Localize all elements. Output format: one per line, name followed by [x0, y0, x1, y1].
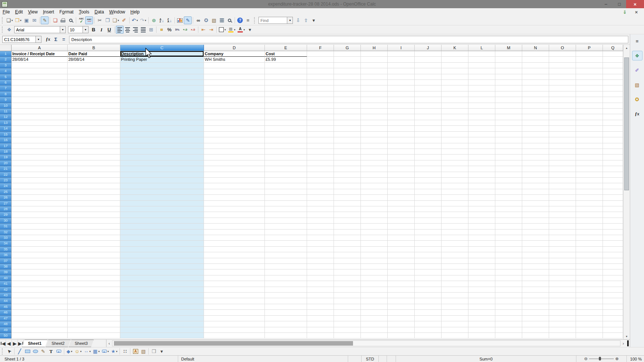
row-header-34[interactable]: 34	[0, 241, 12, 246]
cell-M21[interactable]	[495, 166, 522, 172]
cell-C33[interactable]	[120, 235, 204, 241]
cell-C18[interactable]	[120, 149, 204, 155]
dropdown-arrow-icon[interactable]: ▾	[12, 19, 13, 22]
cell-F46[interactable]	[307, 310, 334, 315]
cell-J31[interactable]	[415, 224, 442, 229]
cell-B49[interactable]	[68, 327, 120, 333]
row-header-20[interactable]: 20	[0, 160, 12, 166]
find-toolbar-grip[interactable]	[254, 17, 256, 24]
cell-O10[interactable]	[549, 103, 576, 109]
cell-B47[interactable]	[68, 316, 120, 321]
line-button[interactable]: ╱	[16, 347, 24, 355]
cell-L38[interactable]	[468, 264, 495, 269]
cell-A13[interactable]	[12, 120, 68, 126]
cell-C30[interactable]	[120, 218, 204, 224]
cell-P28[interactable]	[576, 206, 603, 212]
cell-E1[interactable]: Cost	[265, 51, 307, 57]
cell-G38[interactable]	[334, 264, 361, 269]
currency-format-button[interactable]: ¤	[158, 26, 165, 34]
cell-E32[interactable]	[265, 230, 307, 235]
cell-J11[interactable]	[415, 109, 442, 114]
cell-L32[interactable]	[468, 230, 495, 235]
cell-G16[interactable]	[334, 137, 361, 143]
cell-Q22[interactable]	[603, 172, 623, 178]
cell-K40[interactable]	[442, 275, 468, 281]
cell-L15[interactable]	[468, 132, 495, 137]
row-header-15[interactable]: 15	[0, 132, 12, 137]
cell-M42[interactable]	[495, 287, 522, 293]
dropdown-arrow-icon[interactable]: ▾	[80, 350, 82, 353]
cell-L50[interactable]	[468, 333, 495, 338]
cell-H9[interactable]	[361, 97, 388, 103]
cell-G15[interactable]	[334, 132, 361, 137]
cell-B30[interactable]	[68, 218, 120, 224]
cell-C13[interactable]	[120, 120, 204, 126]
cell-J19[interactable]	[415, 155, 442, 160]
cell-Q13[interactable]	[603, 120, 623, 126]
cell-M49[interactable]	[495, 327, 522, 333]
sheet-position[interactable]: Sheet 1 / 3	[0, 356, 178, 362]
cell-H32[interactable]	[361, 230, 388, 235]
menu-window[interactable]: Window	[106, 9, 128, 15]
column-header-O[interactable]: O	[549, 45, 576, 51]
cell-L7[interactable]	[468, 85, 495, 91]
cell-Q32[interactable]	[603, 230, 623, 235]
cell-C2[interactable]: Printing Paper	[120, 57, 204, 62]
row-header-48[interactable]: 48	[0, 321, 12, 327]
cell-K3[interactable]	[442, 63, 468, 68]
cell-K45[interactable]	[442, 304, 468, 310]
cell-M39[interactable]	[495, 269, 522, 275]
cell-F41[interactable]	[307, 281, 334, 287]
cell-L46[interactable]	[468, 310, 495, 315]
points-button[interactable]: ∷	[121, 347, 129, 355]
cell-I17[interactable]	[388, 143, 415, 149]
cell-B48[interactable]	[68, 321, 120, 327]
cell-I47[interactable]	[388, 316, 415, 321]
cell-L2[interactable]	[468, 57, 495, 62]
cell-J33[interactable]	[415, 235, 442, 241]
cell-E42[interactable]	[265, 287, 307, 293]
cell-K12[interactable]	[442, 114, 468, 120]
row-header-16[interactable]: 16	[0, 137, 12, 143]
cell-L22[interactable]	[468, 172, 495, 178]
formula-input-line[interactable]: Description	[69, 36, 628, 43]
cell-D14[interactable]	[204, 126, 265, 131]
cell-I7[interactable]	[388, 85, 415, 91]
cell-I11[interactable]	[388, 109, 415, 114]
cell-J36[interactable]	[415, 252, 442, 258]
cell-O2[interactable]	[549, 57, 576, 62]
cell-O18[interactable]	[549, 149, 576, 155]
cell-I24[interactable]	[388, 183, 415, 189]
cell-O37[interactable]	[549, 258, 576, 264]
cell-K38[interactable]	[442, 264, 468, 269]
cell-J37[interactable]	[415, 258, 442, 264]
cell-K2[interactable]	[442, 57, 468, 62]
cell-Q8[interactable]	[603, 91, 623, 97]
cell-P11[interactable]	[576, 109, 603, 114]
menu-edit[interactable]: Edit	[12, 9, 25, 15]
row-header-45[interactable]: 45	[0, 304, 12, 310]
cell-D28[interactable]	[204, 206, 265, 212]
cell-B41[interactable]	[68, 281, 120, 287]
cell-Q10[interactable]	[603, 103, 623, 109]
cell-E36[interactable]	[265, 252, 307, 258]
cell-C35[interactable]	[120, 247, 204, 252]
cell-L31[interactable]	[468, 224, 495, 229]
cell-C49[interactable]	[120, 327, 204, 333]
cell-A12[interactable]	[12, 114, 68, 120]
cell-M36[interactable]	[495, 252, 522, 258]
cell-M37[interactable]	[495, 258, 522, 264]
font-name-input[interactable]	[15, 27, 60, 32]
decrease-indent-button[interactable]: ⇤	[199, 26, 207, 34]
cell-I35[interactable]	[388, 247, 415, 252]
cell-L28[interactable]	[468, 206, 495, 212]
cell-I34[interactable]	[388, 241, 415, 246]
row-header-26[interactable]: 26	[0, 195, 12, 200]
cell-D46[interactable]	[204, 310, 265, 315]
cell-E16[interactable]	[265, 137, 307, 143]
cell-O1[interactable]	[549, 51, 576, 57]
cell-F13[interactable]	[307, 120, 334, 126]
cell-F39[interactable]	[307, 269, 334, 275]
cell-Q1[interactable]	[603, 51, 623, 57]
cell-H18[interactable]	[361, 149, 388, 155]
